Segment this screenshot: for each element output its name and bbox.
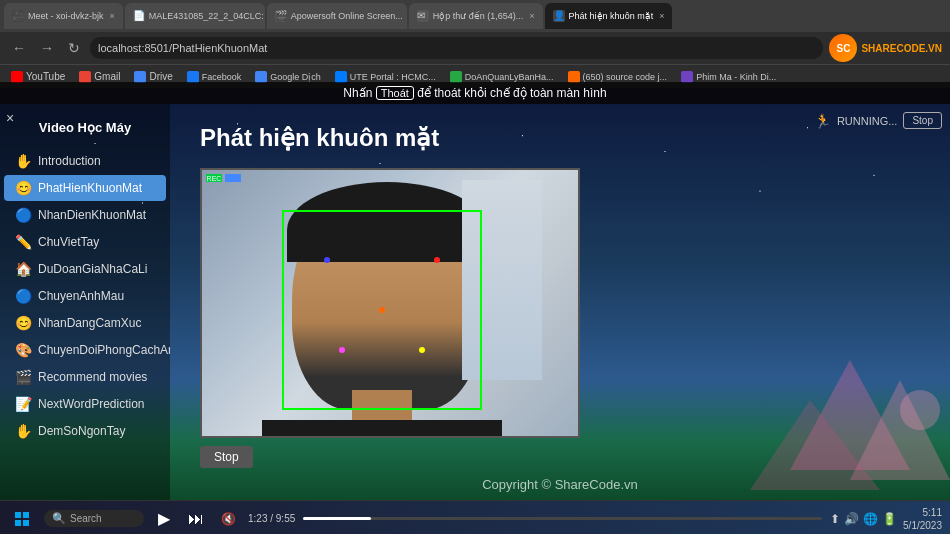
landmark-mouth-right: [419, 347, 425, 353]
smile-icon: 😊: [14, 315, 32, 331]
nav-bar: ← → ↻ localhost:8501/PhatHienKhuonMat SC…: [0, 32, 950, 64]
circle-icon-1: 🔵: [14, 207, 32, 223]
windows-start-button[interactable]: [8, 505, 36, 533]
search-label: Search: [70, 513, 102, 524]
tray-icon-3: 🌐: [863, 512, 878, 526]
browser-chrome: 🎥 Meet - xoi-dvkz-bjk × 📄 MALE431085_22_…: [0, 0, 950, 82]
film-icon: 🎬: [14, 369, 32, 385]
close-button[interactable]: ×: [6, 110, 14, 126]
main-content: × 🏃 RUNNING... Stop Video Học Máy ✋ Intr…: [0, 104, 950, 500]
circle-icon-2: 🔵: [14, 288, 32, 304]
sidebar-item-introduction[interactable]: ✋ Introduction: [4, 148, 166, 174]
landmark-eye-right: [434, 257, 440, 263]
landmark-nose: [379, 307, 385, 313]
text-icon: 📝: [14, 396, 32, 412]
hand-icon: ✋: [14, 153, 32, 169]
sidebar-item-dudoannhacali[interactable]: 🏠 DuDoanGiaNhaCaLi: [4, 256, 166, 282]
notification-bar: Nhấn Thoát để thoát khỏi chế độ toàn màn…: [0, 82, 950, 104]
tray-icon-2: 🔊: [844, 512, 859, 526]
tray-icon-4: 🔋: [882, 512, 897, 526]
sharecode-site-text: SHARECODE.VN: [861, 43, 942, 54]
current-time: 1:23 / 9:55: [248, 513, 295, 524]
house-icon: 🏠: [14, 261, 32, 277]
tab-5-active[interactable]: 👤 Phát hiện khuôn mặt ×: [545, 3, 673, 29]
sidebar-item-nhandienkhuonmat[interactable]: 🔵 NhanDienKhuonMat: [4, 202, 166, 228]
landmark-eye-left: [324, 257, 330, 263]
stop-button[interactable]: Stop: [200, 446, 253, 468]
sidebar-item-chuyenhinhanh[interactable]: 🔵 ChuyenAnhMau: [4, 283, 166, 309]
tab-1[interactable]: 🎥 Meet - xoi-dvkz-bjk ×: [4, 3, 123, 29]
progress-bar[interactable]: [303, 517, 822, 520]
sidebar-item-nhancamxuc[interactable]: 😊 NhanDangCamXuc: [4, 310, 166, 336]
hand-icon-2: ✋: [14, 423, 32, 439]
progress-fill: [303, 517, 370, 520]
page-title: Phát hiện khuôn mặt: [200, 124, 920, 152]
face-icon: 😊: [14, 180, 32, 196]
taskbar: 🔍 Search ▶ ⏭ 🔇 1:23 / 9:55 ⬆ 🔊 🌐 🔋 5:11 …: [0, 500, 950, 534]
sidebar-item-recommend[interactable]: 🎬 Recommend movies: [4, 364, 166, 390]
tab-2[interactable]: 📄 MALE431085_22_2_04CLC: N... ×: [125, 3, 265, 29]
refresh-button[interactable]: ↻: [64, 38, 84, 58]
taskbar-right: ⬆ 🔊 🌐 🔋 5:11 5/1/2023: [830, 506, 942, 532]
sidebar-item-nextword[interactable]: 📝 NextWordPrediction: [4, 391, 166, 417]
svg-point-3: [900, 390, 940, 430]
mute-button[interactable]: 🔇: [216, 512, 240, 526]
pencil-icon: ✏️: [14, 234, 32, 250]
green-marker: REC: [206, 174, 222, 182]
svg-marker-0: [790, 360, 910, 470]
mountain-decoration: [750, 350, 950, 500]
sidebar-logo: Video Học Máy: [0, 114, 170, 147]
taskbar-search[interactable]: 🔍 Search: [44, 510, 144, 527]
address-text: localhost:8501/PhatHienKhuonMat: [98, 42, 267, 54]
tab-4[interactable]: ✉ Hộp thư đến (1,654)... ×: [409, 3, 543, 29]
tab-bar: 🎥 Meet - xoi-dvkz-bjk × 📄 MALE431085_22_…: [0, 0, 950, 32]
sidebar: Video Học Máy ✋ Introduction 😊 PhatHienK…: [0, 104, 170, 500]
next-button[interactable]: ⏭: [184, 510, 208, 528]
content-area: Phát hiện khuôn mặt REC: [170, 104, 950, 500]
forward-button[interactable]: →: [36, 38, 58, 58]
face-detection-box: [282, 210, 482, 410]
svg-marker-2: [750, 400, 880, 490]
sidebar-item-phathienkhuonmat[interactable]: 😊 PhatHienKhuonMat: [4, 175, 166, 201]
video-feed: REC: [200, 168, 580, 438]
svg-marker-1: [850, 380, 950, 480]
video-container: REC: [200, 168, 580, 468]
blue-marker: [225, 174, 241, 182]
landmark-mouth-left: [339, 347, 345, 353]
esc-key-label: Thoát: [376, 86, 414, 100]
sharecode-logo-circle: SC: [829, 34, 857, 62]
video-markers: REC: [206, 174, 241, 182]
sidebar-item-chuviettay[interactable]: ✏️ ChuVietTay: [4, 229, 166, 255]
palette-icon: 🎨: [14, 342, 32, 358]
tray-time-display: 5:11 5/1/2023: [903, 506, 942, 532]
copyright-text: Copyright © ShareCode.vn: [482, 477, 638, 492]
tray-icon-1: ⬆: [830, 512, 840, 526]
back-button[interactable]: ←: [8, 38, 30, 58]
sidebar-item-demsongonatay[interactable]: ✋ DemSoNgonTay: [4, 418, 166, 444]
tab-3[interactable]: 🎬 Apowersoft Online Screen... ×: [267, 3, 407, 29]
address-bar[interactable]: localhost:8501/PhatHienKhuonMat: [90, 37, 823, 59]
system-tray: ⬆ 🔊 🌐 🔋: [830, 512, 897, 526]
sidebar-item-chuyendoiphong[interactable]: 🎨 ChuyenDoiPhongCachAnh: [4, 337, 166, 363]
play-button[interactable]: ▶: [152, 509, 176, 528]
